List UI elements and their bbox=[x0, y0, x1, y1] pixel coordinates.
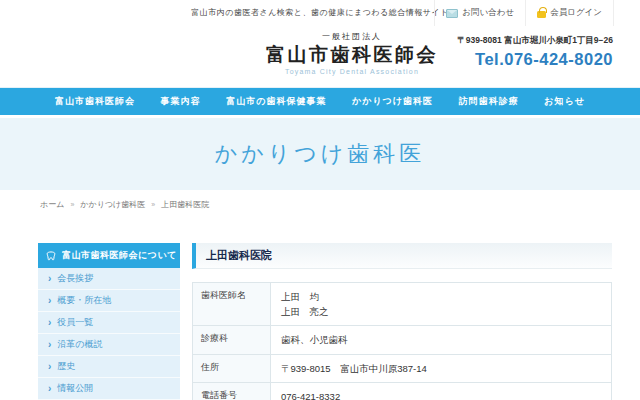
row-label-address: 住所 bbox=[193, 354, 271, 382]
nav-item-home-visit[interactable]: 訪問歯科診療 bbox=[459, 95, 519, 108]
chevron-right-icon: › bbox=[48, 383, 51, 394]
org-type-label: 一般社団法人 bbox=[212, 31, 492, 42]
sidebar-item-history-outline[interactable]: › 沿革の概説 bbox=[38, 334, 180, 356]
nav-item-business[interactable]: 事業内容 bbox=[161, 95, 201, 108]
chevron-right-icon: › bbox=[48, 339, 51, 350]
member-login-label: 会員ログイン bbox=[550, 7, 602, 19]
header-contact-info: 〒939-8081 富山市堀川小泉町1丁目9−26 Tel.076-424-80… bbox=[457, 35, 613, 69]
row-label-phone: 電話番号 bbox=[193, 382, 271, 400]
row-label-dentist-name: 歯科医師名 bbox=[193, 283, 271, 326]
sidebar-item-officers[interactable]: › 役員一覧 bbox=[38, 312, 180, 334]
sidebar-item-disclosure[interactable]: › 情報公開 bbox=[38, 378, 180, 400]
top-utility-bar: 富山市内の歯医者さん検索と、歯の健康にまつわる総合情報サイト お問い合わせ 会員… bbox=[0, 0, 640, 26]
sidebar-item-overview-location[interactable]: › 概要・所在地 bbox=[38, 290, 180, 312]
site-header: 一般社団法人 富山市歯科医師会 Toyama City Dental Assoc… bbox=[0, 26, 640, 88]
site-subtitle: Toyama City Dental Association bbox=[212, 68, 492, 75]
row-value-phone: 076-421-8332 bbox=[271, 382, 612, 400]
row-value-dentist-name: 上田 均 上田 亮之 bbox=[271, 283, 612, 326]
sidebar-header-label: 富山市歯科医師会について bbox=[62, 249, 177, 262]
sidebar-item-label: 歴史 bbox=[57, 360, 75, 373]
member-login-button[interactable]: 会員ログイン bbox=[525, 0, 614, 26]
chevron-right-icon: › bbox=[48, 317, 51, 328]
nav-item-dental-health[interactable]: 富山市の歯科保健事業 bbox=[226, 95, 326, 108]
sidebar-item-label: 会長挨拶 bbox=[57, 272, 93, 285]
content-area: 富山市歯科医師会について › 会長挨拶 › 概要・所在地 › 役員一覧 › 沿革… bbox=[0, 243, 640, 400]
breadcrumb-separator: » bbox=[70, 201, 74, 208]
sidebar-item-label: 役員一覧 bbox=[57, 316, 93, 329]
table-row: 診療科 歯科、小児歯科 bbox=[193, 326, 612, 354]
breadcrumb-separator: » bbox=[151, 201, 155, 208]
row-value-address: 〒939-8015 富山市中川原387-14 bbox=[271, 354, 612, 382]
sidebar-item-greeting[interactable]: › 会長挨拶 bbox=[38, 268, 180, 290]
nav-item-family-dentist[interactable]: かかりつけ歯科医 bbox=[352, 95, 433, 108]
site-title: 富山市歯科医師会 bbox=[212, 42, 492, 68]
sidebar: 富山市歯科医師会について › 会長挨拶 › 概要・所在地 › 役員一覧 › 沿革… bbox=[38, 243, 180, 400]
site-logo[interactable]: 一般社団法人 富山市歯科医師会 Toyama City Dental Assoc… bbox=[212, 31, 492, 75]
chevron-right-icon: › bbox=[48, 361, 51, 372]
mail-icon bbox=[446, 9, 458, 18]
sidebar-item-label: 概要・所在地 bbox=[57, 294, 111, 307]
main-panel: 上田歯科医院 歯科医師名 上田 均 上田 亮之 診療科 歯科、小児歯科 住所 〒… bbox=[192, 243, 612, 400]
breadcrumb-current: 上田歯科医院 bbox=[161, 199, 209, 210]
contact-button-label: お問い合わせ bbox=[462, 7, 514, 19]
chevron-right-icon: › bbox=[48, 273, 51, 284]
sidebar-header-about[interactable]: 富山市歯科医師会について bbox=[38, 243, 180, 268]
table-row: 歯科医師名 上田 均 上田 亮之 bbox=[193, 283, 612, 326]
topbar-actions: お問い合わせ 会員ログイン bbox=[434, 0, 614, 26]
header-phone: Tel.076-424-8020 bbox=[457, 50, 613, 69]
contact-button[interactable]: お問い合わせ bbox=[434, 0, 525, 26]
clinic-title: 上田歯科医院 bbox=[192, 243, 612, 269]
nav-item-news[interactable]: お知らせ bbox=[544, 95, 585, 108]
breadcrumb: ホーム » かかりつけ歯科医 » 上田歯科医院 bbox=[40, 199, 640, 210]
sidebar-item-history[interactable]: › 歴史 bbox=[38, 356, 180, 378]
hero-banner: かかりつけ歯科医 bbox=[0, 118, 640, 190]
sidebar-item-label: 沿革の概説 bbox=[57, 338, 102, 351]
row-value-department: 歯科、小児歯科 bbox=[271, 326, 612, 354]
clinic-info-table: 歯科医師名 上田 均 上田 亮之 診療科 歯科、小児歯科 住所 〒939-801… bbox=[192, 282, 612, 400]
tooth-icon bbox=[45, 250, 57, 262]
lock-icon bbox=[537, 11, 546, 18]
chevron-right-icon: › bbox=[48, 295, 51, 306]
breadcrumb-home[interactable]: ホーム bbox=[40, 199, 64, 210]
header-address: 〒939-8081 富山市堀川小泉町1丁目9−26 bbox=[457, 35, 613, 47]
row-label-department: 診療科 bbox=[193, 326, 271, 354]
sidebar-item-label: 情報公開 bbox=[57, 382, 93, 395]
global-nav: 富山市歯科医師会 事業内容 富山市の歯科保健事業 かかりつけ歯科医 訪問歯科診療… bbox=[0, 88, 640, 115]
hero-title: かかりつけ歯科医 bbox=[215, 139, 426, 169]
nav-item-association[interactable]: 富山市歯科医師会 bbox=[55, 95, 135, 108]
breadcrumb-family-dentist[interactable]: かかりつけ歯科医 bbox=[80, 199, 145, 210]
table-row: 電話番号 076-421-8332 bbox=[193, 382, 612, 400]
table-row: 住所 〒939-8015 富山市中川原387-14 bbox=[193, 354, 612, 382]
